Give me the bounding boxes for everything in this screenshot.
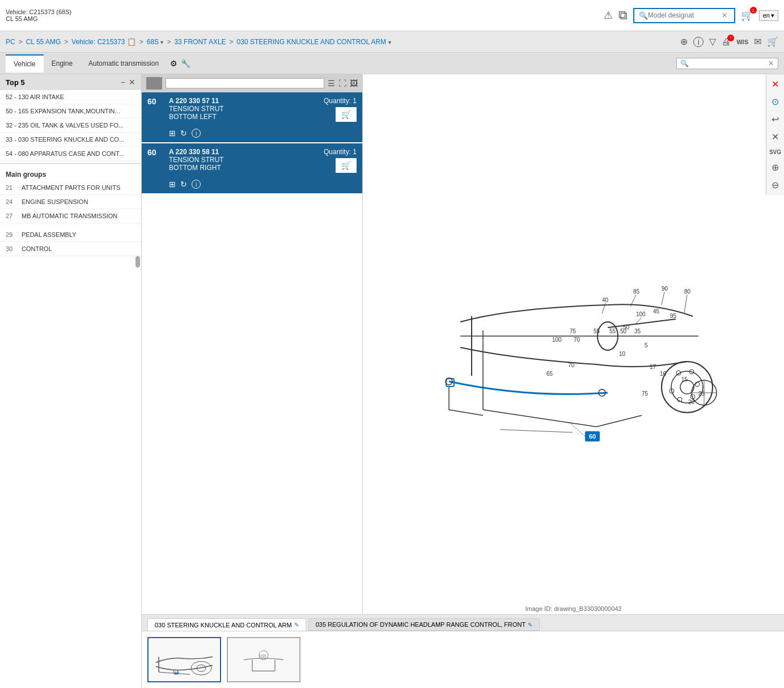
sidebar-item-num-30: 30 [6,245,17,252]
sidebar: Top 5 − ✕ 52 - 130 AIR INTAKE 50 - 165 E… [0,74,142,688]
wis-icon[interactable]: WIS [736,39,748,45]
basket-icon[interactable]: 🛒 [767,36,778,47]
thumbnail-1[interactable]: 60 [147,637,221,682]
breadcrumb-pc[interactable]: PC [6,38,15,46]
tab-search-clear-icon[interactable]: ✕ [768,60,774,67]
content-area: ☰ ⛶ 🖼 60 A 220 330 57 11 TENSION STRUT [142,74,784,688]
zoom-in-diagram-icon[interactable]: ⊕ [769,160,781,175]
refresh-icon-2[interactable]: ↻ [180,180,187,189]
svg-line-29 [684,295,687,313]
tab-automatic-transmission[interactable]: Automatic transmission [80,55,167,72]
tab-search-input[interactable] [689,60,768,67]
part-qty-1: Quantity: 1 🛒 [324,97,357,122]
sidebar-item-label-29: PEDAL ASSEMBLY [22,231,77,238]
part-details-1: A 220 330 57 11 TENSION STRUT BOTTOM LEF… [169,97,318,121]
diagram-area: 60 40 85 90 80 100 [363,74,784,614]
add-to-cart-btn-1[interactable]: 🛒 [336,107,357,122]
bottom-tab-035-edit-icon[interactable]: ✎ [528,622,532,628]
sidebar-item-expansion-tank[interactable]: 50 - 165 EXPANSION TANK,MOUNTIN... [0,104,141,118]
cart-badge[interactable]: 🛒 1 [741,9,753,22]
close-diagram-icon[interactable]: ✕ [769,77,781,92]
list-view-icon[interactable]: ☰ [328,79,335,88]
breadcrumb-68s[interactable]: 68S ▾ [147,38,164,46]
sidebar-item-num-29: 29 [6,231,17,238]
sidebar-scrollbar[interactable] [135,256,140,267]
parts-list-search-input[interactable] [166,78,324,88]
refresh-icon-1[interactable]: ↻ [180,129,187,138]
cart-icon-2: 🛒 [341,161,351,170]
zoom-in-icon[interactable]: ⊕ [680,36,688,47]
lang-label: en [763,12,770,19]
camera-icon[interactable]: 🖼 [350,79,358,88]
svg-text:17: 17 [650,364,656,370]
model-search-input[interactable] [648,11,722,19]
print-badge[interactable]: 🖨 ! [722,37,731,47]
info-icon-1[interactable]: i [192,129,201,138]
search-icon: 🔍 [639,11,648,20]
mail-icon[interactable]: ✉ [754,36,761,47]
add-to-cart-btn-2[interactable]: 🛒 [336,158,357,173]
sidebar-main-item-27[interactable]: 27 MB AUTOMATIC TRANSMISSION [0,209,141,223]
wrench-icon[interactable]: 🔧 [181,59,190,68]
thumbnail-2[interactable]: 035 [227,637,300,682]
sidebar-item-oil-tank[interactable]: 32 - 235 OIL TANK & VALVES USED FO... [0,118,141,133]
copy-icon[interactable]: ⧉ [618,8,628,23]
alert-icon[interactable]: ⚠ [604,9,613,22]
grid-icon-2[interactable]: ⊞ [169,180,176,189]
filter-icon[interactable]: ▽ [709,36,716,47]
model-search-box[interactable]: 🔍 ✕ [633,8,735,23]
svg-text:95: 95 [670,313,677,319]
part-qty-2: Quantity: 1 🛒 [324,148,357,173]
thumb-svg-2: 035 [232,643,295,677]
breadcrumb-front-axle[interactable]: 33 FRONT AXLE [174,38,226,46]
part-num-2: 60 [147,148,163,157]
top5-collapse-btn[interactable]: − [121,78,125,87]
part-row-1[interactable]: 60 A 220 330 57 11 TENSION STRUT BOTTOM … [142,92,362,143]
info-icon-2[interactable]: i [192,180,201,189]
info-icon[interactable]: i [693,37,704,47]
part-num-1: 60 [147,97,163,106]
svg-text:16: 16 [660,371,667,377]
sidebar-item-label-21: ATTACHMENT PARTS FOR UNITS [22,184,120,191]
tab-vehicle[interactable]: Vehicle [6,54,44,73]
grid-icon-1[interactable]: ⊞ [169,129,176,138]
tab-engine-label: Engine [52,60,73,67]
settings-icon[interactable]: ⚙ [170,59,177,68]
cross-icon[interactable]: ✕ [769,129,781,145]
sidebar-main-item-30[interactable]: 30 CONTROL [0,242,141,256]
svg-line-17 [483,410,596,427]
sidebar-item-steering-knuckle[interactable]: 33 - 030 STEERING KNUCKLE AND CO... [0,133,141,147]
part-qty-label-2: Quantity: 1 [324,148,357,156]
tab-engine[interactable]: Engine [44,55,80,72]
svg-text:75: 75 [570,328,577,334]
svg-text:70: 70 [574,337,580,343]
sidebar-main-item-21[interactable]: 21 ATTACHMENT PARTS FOR UNITS [0,181,141,195]
bottom-tab-030[interactable]: 030 STEERING KNUCKLE AND CONTROL ARM ✎ [147,618,306,631]
tab-search-box[interactable]: 🔍 ✕ [676,58,778,69]
svg-text:50: 50 [620,328,627,334]
bottom-tab-035[interactable]: 035 REGULATION OF DYNAMIC HEADLAMP RANGE… [308,618,540,631]
header-right: ⚠ ⧉ 🔍 ✕ 🛒 1 en ▾ [604,8,778,23]
parts-list-header: ☰ ⛶ 🖼 [142,74,362,92]
bottom-tab-030-edit-icon[interactable]: ✎ [294,622,299,628]
zoom-out-diagram-icon[interactable]: ⊖ [769,177,781,193]
expand-icon[interactable]: ⛶ [338,79,346,88]
top5-close-btn[interactable]: ✕ [129,78,135,87]
thumb-svg-1: 60 [153,643,215,677]
history-icon[interactable]: ↩ [769,112,781,127]
sidebar-item-air-intake[interactable]: 52 - 130 AIR INTAKE [0,90,141,104]
header: Vehicle: C215373 (68S) CL 55 AMG ⚠ ⧉ 🔍 ✕… [0,0,784,31]
sidebar-item-apparatus-case[interactable]: 54 - 080 APPARATUS CASE AND CONT... [0,147,141,161]
target-icon[interactable]: ⊙ [769,94,781,109]
sidebar-main-item-24[interactable]: 24 ENGINE SUSPENSION [0,195,141,209]
breadcrumb-vehicle[interactable]: Vehicle: C215373 📋 [71,37,135,46]
svg-line-31 [636,317,642,324]
clear-search-icon[interactable]: ✕ [722,11,727,19]
language-selector[interactable]: en ▾ [759,10,778,21]
svg-icon[interactable]: SVG [767,147,783,158]
breadcrumb-cl55[interactable]: CL 55 AMG [26,38,61,46]
breadcrumb-steering-knuckle[interactable]: 030 STEERING KNUCKLE AND CONTROL ARM ▾ [237,38,391,46]
part-sub-2: BOTTOM RIGHT [169,164,318,172]
part-row-2[interactable]: 60 A 220 330 58 11 TENSION STRUT BOTTOM … [142,143,362,194]
sidebar-main-item-29[interactable]: 29 PEDAL ASSEMBLY [0,228,141,242]
